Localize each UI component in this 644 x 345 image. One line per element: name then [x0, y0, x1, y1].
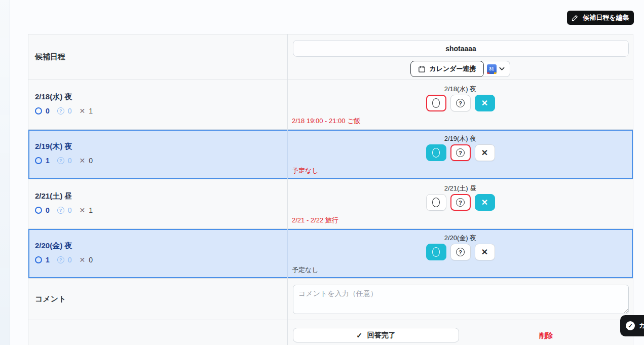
check-circle-icon: ✓	[626, 321, 635, 330]
question-icon: ?	[456, 148, 465, 157]
submit-answer-label: 回答完了	[367, 331, 396, 340]
no-count-icon: ✕	[80, 256, 86, 264]
submit-answer-button[interactable]: ✓ 回答完了	[293, 328, 459, 342]
respondent-header-cell: shotaaaa カレンダー連携 31	[288, 34, 633, 80]
answer-date-label: 2/19(木) 夜	[288, 134, 633, 143]
ok-count-icon	[35, 207, 42, 214]
schedule-note: 2/21 - 2/22 旅行	[292, 216, 338, 225]
answer-ok-button[interactable]	[426, 95, 446, 111]
answer-no-button[interactable]: ✕	[475, 144, 495, 161]
schedule-note: 予定なし	[292, 166, 319, 175]
comment-input[interactable]	[293, 285, 629, 314]
date-row-2-18: 2/18(水) 夜 0 ? 0 ✕ 1 2/18(水) 夜 ? ✕ 2/18 1…	[28, 80, 633, 130]
ok-count: 0	[46, 107, 50, 115]
date-row-2-21: 2/21(土) 昼 0 ? 0 ✕ 1 2/21(土) 昼 ? ✕ 2/21 -…	[28, 179, 633, 229]
calendar-link-button[interactable]: カレンダー連携	[410, 61, 483, 77]
question-icon: ?	[456, 248, 465, 256]
google-calendar-icon: 31	[487, 64, 497, 74]
edit-candidates-button[interactable]: 候補日程を編集	[567, 11, 634, 25]
question-icon: ?	[456, 99, 465, 107]
no-count: 1	[89, 206, 93, 214]
no-count: 0	[89, 157, 93, 165]
comment-row: コメント	[28, 279, 633, 320]
date-row-2-20: 2/20(金) 夜 1 ? 0 ✕ 0 2/20(金) 夜 ? ✕ 予定なし	[28, 229, 633, 279]
maybe-count-icon: ?	[57, 256, 64, 263]
answer-cell: 2/18(水) 夜 ? ✕ 2/18 19:00 - 21:00 ご飯	[288, 80, 633, 129]
maybe-count: 0	[68, 107, 72, 115]
maybe-count: 0	[68, 157, 72, 165]
date-summary-cell: 2/18(水) 夜 0 ? 0 ✕ 1	[28, 80, 288, 129]
answer-maybe-button[interactable]: ?	[450, 144, 471, 161]
vote-counts: 0 ? 0 ✕ 1	[35, 107, 93, 115]
date-summary-cell: 2/20(金) 夜 1 ? 0 ✕ 0	[28, 229, 288, 278]
page: 候補日程を編集 候補日程 shotaaaa カレンダー連携 31	[0, 0, 644, 345]
maybe-count: 0	[68, 256, 72, 264]
answer-no-button[interactable]: ✕	[475, 244, 495, 260]
maybe-count-icon: ?	[57, 157, 64, 164]
answer-buttons: ? ✕	[288, 95, 633, 111]
ok-count: 1	[46, 157, 50, 165]
circle-icon	[432, 247, 440, 257]
vote-counts: 0 ? 0 ✕ 1	[35, 206, 93, 214]
floating-calendar-button[interactable]: ✓ カ	[620, 315, 644, 336]
answer-ok-button[interactable]	[426, 244, 446, 260]
circle-icon	[432, 98, 440, 108]
maybe-count-icon: ?	[57, 207, 64, 214]
date-summary-cell: 2/21(土) 昼 0 ? 0 ✕ 1	[28, 179, 288, 228]
answer-no-button[interactable]: ✕	[475, 95, 495, 111]
comment-label: コメント	[35, 294, 66, 304]
calendar-icon	[418, 65, 426, 73]
respondent-name-input[interactable]: shotaaaa	[293, 40, 629, 57]
candidate-dates-header-cell: 候補日程	[28, 34, 288, 80]
edit-candidates-label: 候補日程を編集	[583, 13, 629, 22]
date-summary-cell: 2/19(木) 夜 1 ? 0 ✕ 0	[28, 130, 288, 179]
calendar-link-label: カレンダー連携	[429, 64, 476, 73]
answer-buttons: ? ✕	[288, 194, 633, 211]
candidate-dates-header-label: 候補日程	[35, 52, 65, 62]
circle-icon	[432, 148, 440, 158]
answer-ok-button[interactable]	[426, 144, 446, 161]
answer-maybe-button[interactable]: ?	[450, 194, 471, 211]
schedule-note: 予定なし	[292, 265, 319, 275]
ok-count-icon	[35, 107, 42, 114]
circle-icon	[432, 198, 440, 207]
page-left-gutter	[0, 0, 10, 345]
answer-buttons: ? ✕	[288, 244, 633, 260]
comment-input-cell	[288, 279, 633, 320]
ok-count-icon	[35, 157, 42, 164]
answer-cell: 2/21(土) 昼 ? ✕ 2/21 - 2/22 旅行	[288, 179, 633, 228]
delete-link[interactable]: 削除	[459, 331, 633, 340]
cross-icon: ✕	[481, 248, 488, 256]
floating-button-label: カ	[639, 321, 644, 330]
cross-icon: ✕	[481, 99, 488, 107]
answer-date-label: 2/18(水) 夜	[288, 85, 633, 94]
answer-maybe-button[interactable]: ?	[450, 244, 471, 260]
date-title: 2/20(金) 夜	[35, 241, 72, 251]
comment-label-cell: コメント	[28, 279, 288, 320]
schedule-table: 候補日程 shotaaaa カレンダー連携 31	[28, 34, 633, 345]
vote-counts: 1 ? 0 ✕ 0	[35, 157, 93, 165]
vote-counts: 1 ? 0 ✕ 0	[35, 256, 93, 264]
answer-maybe-button[interactable]: ?	[450, 95, 471, 111]
cross-icon: ✕	[481, 199, 488, 207]
no-count: 1	[89, 107, 93, 115]
cross-icon: ✕	[481, 149, 488, 157]
date-row-2-19: 2/19(木) 夜 1 ? 0 ✕ 0 2/19(木) 夜 ? ✕ 予定なし	[28, 130, 633, 179]
ok-count: 0	[46, 206, 50, 214]
answer-ok-button[interactable]	[426, 194, 446, 211]
ok-count: 1	[46, 256, 50, 264]
answer-cell: 2/19(木) 夜 ? ✕ 予定なし	[288, 130, 633, 179]
no-count-icon: ✕	[80, 157, 86, 165]
date-title: 2/21(土) 昼	[35, 191, 72, 201]
no-count-icon: ✕	[80, 107, 86, 115]
ok-count-icon	[35, 256, 42, 263]
maybe-count: 0	[68, 206, 72, 214]
answer-date-label: 2/21(土) 昼	[288, 184, 633, 193]
footer-empty-cell	[28, 320, 288, 345]
calendar-link-group: カレンダー連携 31	[288, 61, 633, 77]
date-title: 2/18(水) 夜	[35, 92, 72, 102]
footer-row: ✓ 回答完了 削除	[28, 320, 633, 345]
answer-no-button[interactable]: ✕	[475, 194, 495, 211]
google-calendar-dropdown-button[interactable]: 31	[482, 61, 510, 77]
date-title: 2/19(木) 夜	[35, 142, 72, 151]
